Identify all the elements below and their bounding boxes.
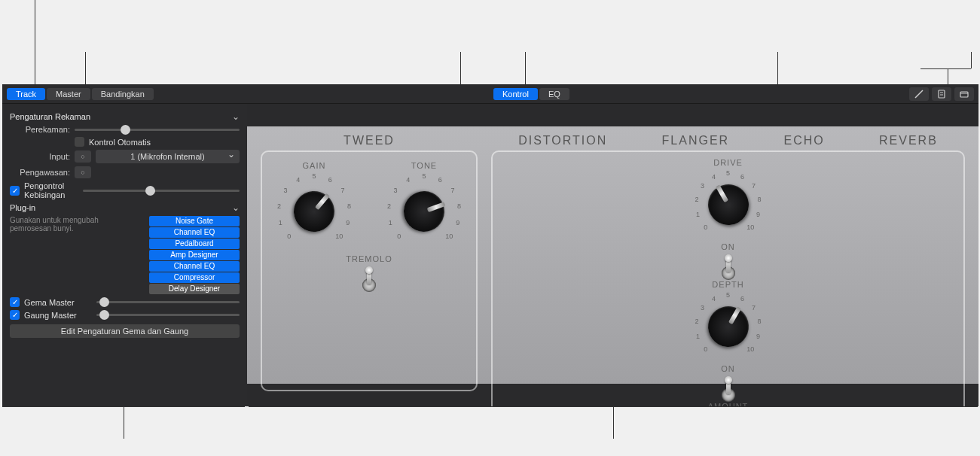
input-row: Input: 1 (Mikrofon Internal) — [10, 150, 240, 163]
tab-eq[interactable]: EQ — [539, 88, 569, 100]
monitor-label: Pengawasan: — [10, 168, 70, 177]
effects-pedal-row: DRIVE 012345678910 ON DEPTH 012345678910… — [491, 150, 965, 406]
plugin-header[interactable]: Plug-in ⌄ — [10, 202, 240, 213]
amp-icon[interactable] — [932, 87, 951, 101]
input-channel-toggle[interactable] — [75, 150, 91, 163]
switch-tremolo[interactable] — [362, 266, 376, 292]
topbar-left-segment: Track Master Bandingkan — [7, 88, 155, 100]
smart-controls-window: Track Master Bandingkan Kontrol EQ Penga… — [2, 84, 978, 406]
callout-line — [249, 406, 978, 407]
top-bar: Track Master Bandingkan Kontrol EQ — [2, 84, 978, 104]
effect-title: FLANGER — [662, 134, 730, 147]
effect-title: DISTORTION — [518, 134, 607, 147]
callout-line — [460, 52, 461, 84]
svg-rect-3 — [960, 92, 968, 97]
recording-settings-label: Pengaturan Rekaman — [10, 112, 90, 121]
switch-distortion[interactable] — [722, 254, 735, 280]
plugin-hint: Gunakan untuk mengubah pemrosesan bunyi. — [10, 216, 123, 233]
plugin-item[interactable]: Pedalboard — [149, 239, 240, 249]
input-select-value: 1 (Mikrofon Internal) — [130, 152, 204, 161]
switch-on-label: ON — [721, 364, 735, 373]
effect-title: REVERB — [879, 134, 938, 147]
plugin-list: Noise Gate Channel EQ Pedalboard Amp Des… — [149, 216, 240, 294]
pedal-tweed: GAIN 012345678910 TONE 012345678910 — [261, 150, 478, 391]
callout-line — [920, 68, 971, 69]
plugin-item[interactable]: Channel EQ — [149, 227, 240, 238]
plugin-item[interactable]: Channel EQ — [149, 261, 240, 272]
pedalboard-icon[interactable] — [954, 87, 974, 101]
plugin-item[interactable]: Compressor — [149, 272, 240, 283]
callout-line — [2, 406, 245, 407]
knob-depth-label: DEPTH — [712, 280, 743, 289]
monitor-row: Pengawasan: — [10, 166, 240, 178]
plugin-row: Gunakan untuk mengubah pemrosesan bunyi.… — [10, 216, 240, 294]
auto-control-row[interactable]: Kontrol Otomatis — [10, 137, 240, 147]
echo-master-row[interactable]: ✓ Gema Master — [10, 297, 240, 307]
monitor-toggle[interactable] — [75, 166, 91, 178]
noise-controller-label: Pengontrol Kebisingan — [24, 181, 78, 199]
noise-controller-slider[interactable] — [83, 190, 240, 192]
svg-rect-0 — [939, 90, 945, 98]
tab-compare[interactable]: Bandingkan — [92, 88, 154, 100]
callout-line — [613, 406, 614, 439]
chevron-down-icon: ⌄ — [232, 111, 240, 122]
tab-track[interactable]: Track — [7, 88, 45, 100]
callout-line — [948, 68, 948, 84]
knob-tone[interactable]: 012345678910 — [383, 170, 466, 253]
input-label: Input: — [10, 152, 70, 161]
recording-slider[interactable] — [75, 129, 240, 131]
plugin-header-label: Plug-in — [10, 203, 35, 212]
reverb-master-checkbox[interactable]: ✓ — [10, 310, 20, 320]
callout-line — [971, 52, 972, 68]
knob-drive-label: DRIVE — [713, 158, 743, 167]
callout-line — [35, 0, 35, 84]
knob-gain[interactable]: 012345678910 — [273, 170, 356, 253]
recording-slider-row[interactable]: Perekaman: — [10, 125, 240, 134]
body: Pengaturan Rekaman ⌄ Perekaman: Kontrol … — [2, 104, 978, 406]
effect-title: ECHO — [783, 134, 824, 147]
plugin-item[interactable]: Noise Gate — [149, 216, 240, 226]
edit-echo-reverb-button[interactable]: Edit Pengaturan Gema dan Gaung — [10, 324, 240, 338]
recording-settings-header[interactable]: Pengaturan Rekaman ⌄ — [10, 111, 240, 122]
chevron-down-icon: ⌄ — [232, 202, 240, 213]
controls-panel: TWEED GAIN 012345678910 TONE — [247, 104, 978, 406]
tab-master[interactable]: Master — [47, 88, 90, 100]
knob-gain-label: GAIN — [303, 161, 326, 170]
knob-depth[interactable]: 012345678910 — [691, 289, 766, 364]
noise-controller-checkbox[interactable]: ✓ — [10, 186, 20, 196]
knob-amount-label: AMOUNT — [708, 402, 749, 406]
reverb-master-slider[interactable] — [96, 314, 240, 316]
tweed-knob-group: GAIN 012345678910 TONE 012345678910 — [273, 161, 466, 253]
callout-line — [124, 406, 124, 439]
echo-master-slider[interactable] — [96, 301, 240, 303]
auto-control-label: Kontrol Otomatis — [89, 138, 151, 147]
echo-master-checkbox[interactable]: ✓ — [10, 297, 20, 307]
auto-control-checkbox[interactable] — [75, 137, 84, 147]
knob-tone-label: TONE — [411, 161, 437, 170]
tuner-icon[interactable] — [909, 87, 929, 101]
switch-flanger[interactable] — [722, 376, 735, 402]
tab-controls[interactable]: Kontrol — [493, 88, 538, 100]
topbar-center-segment: Kontrol EQ — [493, 88, 571, 100]
inspector-sidebar: Pengaturan Rekaman ⌄ Perekaman: Kontrol … — [2, 104, 247, 406]
echo-master-label: Gema Master — [24, 298, 92, 307]
topbar-right-icons — [909, 87, 974, 101]
switch-on-label: ON — [721, 242, 735, 251]
callout-line — [85, 52, 86, 84]
noise-controller-row[interactable]: ✓ Pengontrol Kebisingan — [10, 181, 240, 199]
plugin-item[interactable]: Amp Designer — [149, 250, 240, 260]
knob-drive[interactable]: 012345678910 — [691, 167, 766, 242]
recording-label: Perekaman: — [10, 125, 70, 134]
reverb-master-label: Gaung Master — [24, 311, 92, 320]
switch-tremolo-label: TREMOLO — [346, 254, 392, 263]
input-select[interactable]: 1 (Mikrofon Internal) — [96, 150, 240, 163]
pedal-tweed-title: TWEED — [343, 134, 395, 147]
reverb-master-row[interactable]: ✓ Gaung Master — [10, 310, 240, 320]
plugin-item[interactable]: Delay Designer — [149, 284, 240, 294]
callout-line — [525, 52, 526, 84]
